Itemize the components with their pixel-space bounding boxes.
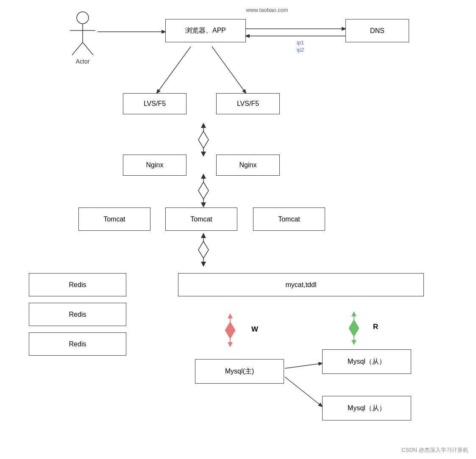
svg-text:ip2: ip2 [297, 47, 304, 53]
redis3-box: Redis [29, 332, 126, 356]
dns-box: DNS [345, 19, 409, 42]
svg-marker-38 [351, 340, 356, 345]
svg-marker-29 [225, 322, 235, 339]
mysql-master-box: Mysql(主) [195, 359, 284, 384]
svg-marker-32 [228, 313, 233, 318]
tomcat1-box: Tomcat [78, 207, 150, 231]
tomcat3-box: Tomcat [253, 207, 325, 231]
nginx1-box: Nginx [123, 155, 187, 176]
read-label: R [373, 323, 378, 331]
svg-text:ip1: ip1 [297, 39, 304, 46]
svg-marker-37 [351, 311, 356, 316]
redis2-box: Redis [29, 303, 126, 326]
browser-box: 浏览器、APP [165, 19, 246, 42]
svg-text:www.taobao.com: www.taobao.com [246, 7, 288, 13]
svg-line-3 [72, 42, 83, 55]
svg-marker-17 [201, 123, 206, 128]
write-label: W [251, 325, 258, 334]
mysql-slave2-box: Mysql（从） [322, 396, 411, 420]
lvs2-box: LVS/F5 [216, 93, 280, 114]
svg-line-4 [83, 42, 93, 55]
svg-line-39 [285, 363, 322, 368]
svg-marker-33 [228, 342, 233, 347]
svg-marker-19 [198, 182, 209, 199]
mycat-box: mycat,tddl [178, 273, 424, 296]
svg-marker-18 [201, 152, 206, 157]
svg-marker-14 [198, 131, 209, 148]
svg-marker-22 [201, 174, 206, 179]
svg-point-0 [77, 12, 89, 24]
mysql-slave1-box: Mysql（从） [322, 349, 411, 374]
svg-marker-28 [201, 262, 206, 267]
svg-marker-34 [349, 320, 359, 337]
svg-marker-24 [198, 241, 209, 258]
watermark: CSDN @杰深入学习计算机 [401, 446, 468, 454]
nginx2-box: Nginx [216, 155, 280, 176]
tomcat2-box: Tomcat [165, 207, 237, 231]
svg-line-13 [212, 47, 246, 93]
svg-line-12 [157, 47, 191, 93]
redis1-box: Redis [29, 273, 126, 296]
svg-marker-23 [201, 202, 206, 207]
lvs1-box: LVS/F5 [123, 93, 187, 114]
svg-line-40 [285, 377, 322, 406]
svg-text:Actor: Actor [76, 58, 90, 65]
svg-marker-27 [201, 233, 206, 238]
